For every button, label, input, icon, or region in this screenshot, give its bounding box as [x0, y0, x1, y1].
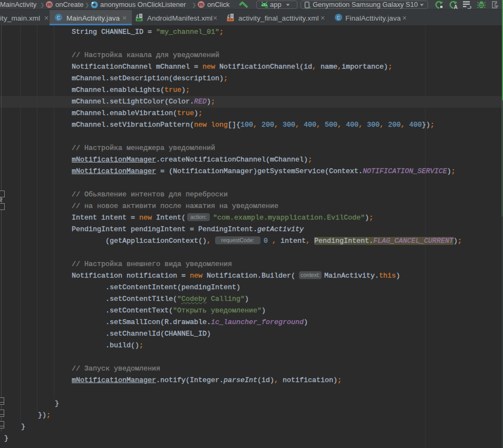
- svg-text:<>: <>: [228, 17, 233, 21]
- svg-text:MF: MF: [137, 18, 142, 21]
- svg-text:C: C: [57, 15, 60, 21]
- svg-text:C: C: [337, 15, 340, 21]
